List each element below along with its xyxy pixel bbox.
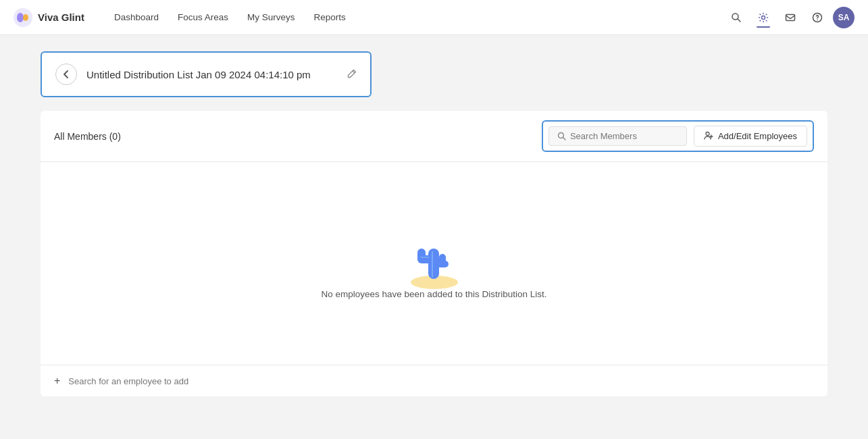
empty-state: No employees have been added to this Dis…	[41, 162, 827, 365]
nav-item-dashboard[interactable]: Dashboard	[106, 8, 167, 26]
help-icon-button[interactable]	[806, 6, 829, 29]
main-content: Untitled Distribution List Jan 09 2024 0…	[0, 35, 868, 413]
toolbar-right: Add/Edit Employees	[542, 120, 814, 152]
svg-rect-15	[417, 249, 426, 262]
svg-point-11	[706, 132, 709, 136]
user-avatar[interactable]: SA	[833, 7, 854, 28]
add-employee-row[interactable]: +	[41, 365, 827, 396]
nav-item-reports[interactable]: Reports	[306, 8, 354, 26]
header-card: Untitled Distribution List Jan 09 2024 0…	[41, 51, 372, 97]
edit-icon[interactable]	[347, 69, 357, 80]
navbar-actions: SA	[725, 6, 854, 29]
gear-icon	[758, 12, 769, 23]
back-button[interactable]	[55, 63, 77, 85]
settings-icon-button[interactable]	[752, 6, 775, 29]
search-members-icon	[557, 132, 566, 140]
svg-line-10	[563, 138, 565, 140]
empty-state-message: No employees have been added to this Dis…	[322, 289, 547, 299]
nav-item-my-surveys[interactable]: My Surveys	[239, 8, 303, 26]
distribution-list-title: Untitled Distribution List Jan 09 2024 0…	[86, 69, 332, 80]
content-area: All Members (0) Add/Edit Employees	[41, 111, 827, 396]
all-members-label: All Members (0)	[54, 131, 121, 142]
svg-point-2	[23, 14, 28, 21]
nav-item-focus-areas[interactable]: Focus Areas	[170, 8, 236, 26]
help-icon	[812, 12, 823, 23]
plus-icon: +	[54, 375, 60, 387]
mail-icon-button[interactable]	[779, 6, 802, 29]
navbar-nav: Dashboard Focus Areas My Surveys Reports	[106, 8, 725, 26]
cactus-illustration	[397, 228, 471, 289]
svg-rect-6	[786, 14, 795, 20]
svg-line-4	[738, 19, 740, 22]
pencil-icon	[347, 69, 357, 78]
brand-name: Viva Glint	[38, 11, 84, 23]
brand-logo	[14, 8, 32, 27]
add-edit-employees-button[interactable]: Add/Edit Employees	[694, 126, 807, 147]
toolbar: All Members (0) Add/Edit Employees	[41, 111, 827, 162]
mail-icon	[785, 12, 796, 23]
add-edit-employees-label: Add/Edit Employees	[718, 131, 797, 141]
svg-point-8	[817, 19, 818, 20]
navbar: Viva Glint Dashboard Focus Areas My Surv…	[0, 0, 868, 35]
people-icon	[704, 131, 714, 141]
svg-point-1	[17, 13, 24, 22]
svg-rect-17	[439, 254, 446, 267]
search-icon-button[interactable]	[725, 6, 748, 29]
svg-point-5	[762, 16, 765, 19]
add-employee-input[interactable]	[68, 376, 814, 386]
brand: Viva Glint	[14, 8, 84, 27]
search-icon	[731, 12, 742, 23]
search-members-box	[548, 126, 687, 146]
search-members-input[interactable]	[570, 131, 678, 141]
arrow-left-icon	[61, 70, 71, 79]
